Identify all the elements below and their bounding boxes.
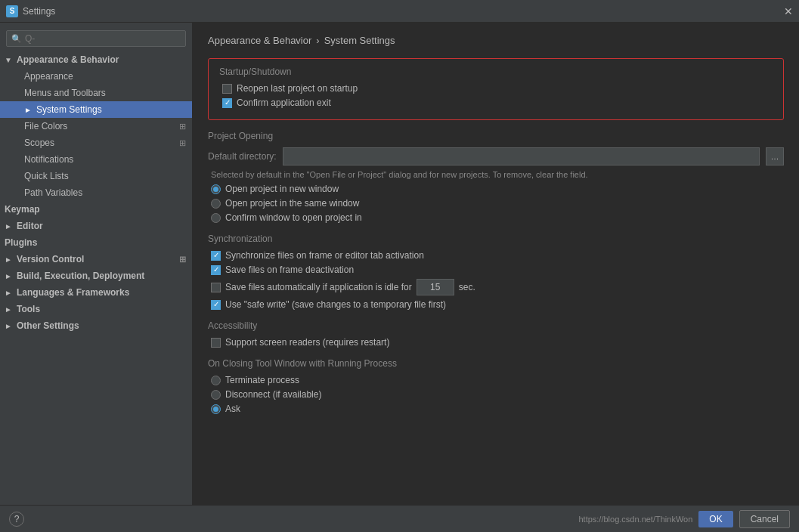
closing-tool-section: On Closing Tool Window with Running Proc…	[208, 358, 784, 414]
idle-unit-label: sec.	[459, 282, 475, 292]
chevron-right-icon: ►	[5, 222, 14, 230]
sidebar-item-label: Path Variables	[24, 187, 82, 198]
sidebar-item-label: System Settings	[36, 104, 102, 115]
safe-write-checkbox[interactable]	[211, 300, 221, 310]
sidebar-item-label: Keymap	[5, 204, 40, 215]
chevron-right-icon: ►	[5, 305, 14, 314]
sidebar-item-label: Tools	[17, 304, 40, 314]
search-box[interactable]: 🔍	[6, 30, 186, 47]
add-icon: ⊞	[179, 138, 186, 148]
url-hint: https://blog.csdn.net/ThinkWon	[578, 515, 692, 524]
disconnect-row: Disconnect (if available)	[208, 389, 784, 400]
sidebar-item-label: Other Settings	[17, 320, 79, 331]
sidebar-item-quick-lists[interactable]: Quick Lists	[0, 168, 192, 184]
confirm-window-label: Confirm window to open project in	[225, 212, 362, 223]
open-same-window-row: Open project in the same window	[208, 198, 784, 209]
sidebar-item-plugins[interactable]: Plugins	[0, 234, 192, 251]
main-layout: 🔍 ▼ Appearance & Behavior Appearance Men…	[0, 23, 799, 505]
title-bar-left: S Settings	[6, 5, 55, 17]
add-icon: ⊞	[179, 255, 186, 264]
sidebar-item-system-settings[interactable]: ► System Settings	[0, 101, 192, 118]
sidebar-item-label: File Colors	[24, 121, 67, 131]
safe-write-label: Use "safe write" (save changes to a temp…	[225, 299, 446, 310]
sidebar-item-label: Plugins	[5, 237, 37, 248]
sidebar-item-label: Editor	[17, 221, 43, 231]
reopen-project-label: Reopen last project on startup	[237, 83, 358, 94]
directory-hint: Selected by default in the "Open File or…	[208, 170, 784, 179]
open-same-window-radio[interactable]	[211, 199, 221, 209]
default-directory-row: Default directory: …	[208, 147, 784, 165]
save-idle-row: Save files automatically if application …	[208, 279, 784, 295]
ask-radio[interactable]	[211, 404, 221, 414]
bottom-right: https://blog.csdn.net/ThinkWon OK Cancel	[578, 510, 790, 528]
sidebar-item-build-exec-deploy[interactable]: ► Build, Execution, Deployment	[0, 268, 192, 284]
screen-readers-label: Support screen readers (requires restart…	[225, 337, 389, 348]
sidebar-item-label: Scopes	[24, 138, 54, 148]
sidebar-item-tools[interactable]: ► Tools	[0, 301, 192, 317]
screen-readers-checkbox[interactable]	[211, 338, 221, 348]
default-directory-input[interactable]	[283, 147, 760, 165]
sidebar-item-keymap[interactable]: Keymap	[0, 201, 192, 218]
idle-time-input[interactable]	[417, 279, 454, 295]
sidebar-item-label: Menus and Toolbars	[24, 88, 106, 98]
cancel-button[interactable]: Cancel	[739, 510, 790, 528]
sidebar-item-scopes[interactable]: Scopes ⊞	[0, 135, 192, 151]
reopen-project-checkbox[interactable]	[222, 84, 232, 94]
closing-tool-title: On Closing Tool Window with Running Proc…	[208, 358, 784, 369]
confirm-exit-row: Confirm application exit	[219, 97, 773, 108]
terminate-process-radio[interactable]	[211, 376, 221, 385]
sidebar-item-path-variables[interactable]: Path Variables	[0, 184, 192, 201]
confirm-exit-checkbox[interactable]	[222, 98, 232, 108]
breadcrumb-parent: Appearance & Behavior	[208, 35, 311, 46]
search-input[interactable]	[25, 33, 181, 44]
synchronization-title: Synchronization	[208, 234, 784, 244]
open-new-window-label: Open project in new window	[225, 184, 339, 194]
ask-row: Ask	[208, 404, 784, 414]
title-bar: S Settings ✕	[0, 0, 799, 23]
help-button[interactable]: ?	[9, 512, 24, 527]
sidebar-item-label: Appearance & Behavior	[17, 54, 119, 65]
sidebar-item-notifications[interactable]: Notifications	[0, 151, 192, 168]
sidebar-item-version-control[interactable]: ► Version Control ⊞	[0, 251, 192, 268]
confirm-window-radio[interactable]	[211, 213, 221, 223]
ok-button[interactable]: OK	[698, 511, 732, 527]
project-opening-title: Project Opening	[208, 131, 784, 141]
content-area: Appearance & Behavior › System Settings …	[193, 23, 799, 505]
bottom-bar: ? https://blog.csdn.net/ThinkWon OK Canc…	[0, 505, 799, 532]
browse-button[interactable]: …	[766, 147, 784, 165]
chevron-right-icon: ►	[5, 322, 14, 330]
save-deactivation-checkbox[interactable]	[211, 265, 221, 275]
sync-files-label: Synchronize files on frame or editor tab…	[225, 250, 424, 261]
accessibility-title: Accessibility	[208, 320, 784, 331]
sidebar-item-file-colors[interactable]: File Colors ⊞	[0, 118, 192, 135]
sidebar-item-label: Appearance	[24, 71, 73, 82]
safe-write-row: Use "safe write" (save changes to a temp…	[208, 299, 784, 310]
sidebar-item-appearance[interactable]: Appearance	[0, 68, 192, 85]
chevron-down-icon: ▼	[5, 56, 14, 64]
terminate-process-row: Terminate process	[208, 375, 784, 385]
dir-label: Default directory:	[208, 151, 277, 162]
sidebar-item-label: Build, Execution, Deployment	[17, 271, 144, 281]
open-new-window-row: Open project in new window	[208, 184, 784, 194]
close-button[interactable]: ✕	[784, 7, 793, 16]
sidebar-item-label: Quick Lists	[24, 171, 69, 181]
ask-label: Ask	[225, 404, 240, 414]
sidebar: 🔍 ▼ Appearance & Behavior Appearance Men…	[0, 23, 193, 505]
sidebar-item-editor[interactable]: ► Editor	[0, 218, 192, 234]
save-idle-checkbox[interactable]	[211, 283, 221, 292]
sidebar-item-appearance-behavior[interactable]: ▼ Appearance & Behavior	[0, 51, 192, 68]
sidebar-item-other-settings[interactable]: ► Other Settings	[0, 317, 192, 334]
chevron-right-icon: ►	[24, 106, 33, 114]
sidebar-item-menus-toolbars[interactable]: Menus and Toolbars	[0, 85, 192, 101]
chevron-right-icon: ►	[5, 289, 14, 297]
open-new-window-radio[interactable]	[211, 184, 221, 194]
startup-shutdown-title: Startup/Shutdown	[219, 66, 773, 77]
confirm-exit-label: Confirm application exit	[237, 97, 331, 108]
disconnect-radio[interactable]	[211, 390, 221, 400]
save-idle-label: Save files automatically if application …	[225, 282, 412, 292]
sync-files-row: Synchronize files on frame or editor tab…	[208, 250, 784, 261]
terminate-process-label: Terminate process	[225, 375, 299, 385]
sync-files-checkbox[interactable]	[211, 251, 221, 261]
save-deactivation-label: Save files on frame deactivation	[225, 264, 354, 275]
sidebar-item-languages-frameworks[interactable]: ► Languages & Frameworks	[0, 284, 192, 301]
